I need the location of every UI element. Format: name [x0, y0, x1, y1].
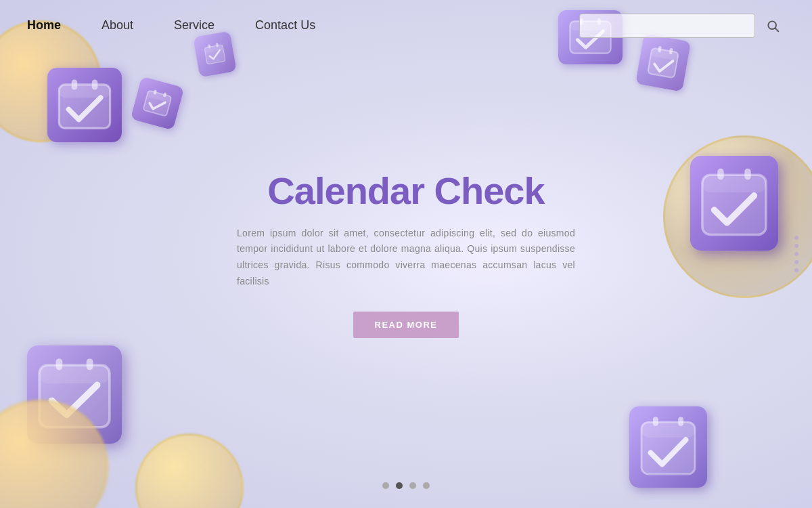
dot-1[interactable]	[382, 482, 389, 489]
side-dot	[794, 236, 798, 240]
hero-description: Lorem ipsum dolor sit amet, consectetur …	[237, 226, 575, 290]
dot-3[interactable]	[409, 482, 416, 489]
nav-service[interactable]: Service	[174, 18, 215, 33]
side-dots-decoration	[794, 236, 798, 272]
pagination-dots	[382, 482, 430, 489]
side-dot	[794, 268, 798, 272]
nav-about[interactable]: About	[102, 18, 133, 33]
search-button[interactable]	[761, 14, 785, 38]
hero-title: Calendar Check	[237, 170, 575, 212]
dot-2[interactable]	[396, 482, 403, 489]
nav-home[interactable]: Home	[27, 18, 61, 33]
side-dot	[794, 260, 798, 264]
navbar: Home About Service Contact Us	[0, 0, 812, 51]
side-dot	[794, 252, 798, 256]
nav-contact[interactable]: Contact Us	[255, 18, 315, 33]
svg-line-33	[775, 28, 779, 31]
side-dot	[794, 244, 798, 248]
search-bar	[579, 14, 785, 38]
read-more-button[interactable]: READ MORE	[353, 312, 459, 338]
search-input[interactable]	[579, 14, 755, 38]
dot-4[interactable]	[423, 482, 430, 489]
nav-links: Home About Service Contact Us	[27, 18, 579, 33]
hero-content: Calendar Check Lorem ipsum dolor sit ame…	[237, 170, 575, 338]
